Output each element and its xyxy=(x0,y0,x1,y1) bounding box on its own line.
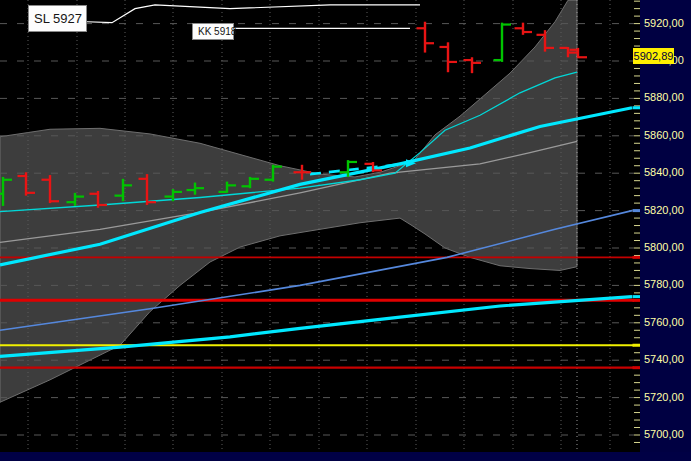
axis-line-marker xyxy=(633,256,641,259)
time-axis-strip xyxy=(0,452,691,461)
price-chart[interactable] xyxy=(0,0,691,461)
axis-line-marker xyxy=(633,106,641,109)
axis-line-marker xyxy=(633,295,641,298)
axis-line-marker xyxy=(633,344,641,347)
axis-line-marker xyxy=(633,209,641,212)
current-price-tag: 5902,89 xyxy=(633,48,674,64)
kk-label-box: KK 5918 xyxy=(192,23,234,40)
trading-chart-window: 5920,005900,005880,005860,005840,005820,… xyxy=(0,0,691,461)
axis-line-marker xyxy=(633,299,641,302)
sl-label-box: SL 5927 xyxy=(28,5,87,32)
price-axis-panel[interactable] xyxy=(640,0,691,461)
axis-line-marker xyxy=(633,366,641,369)
